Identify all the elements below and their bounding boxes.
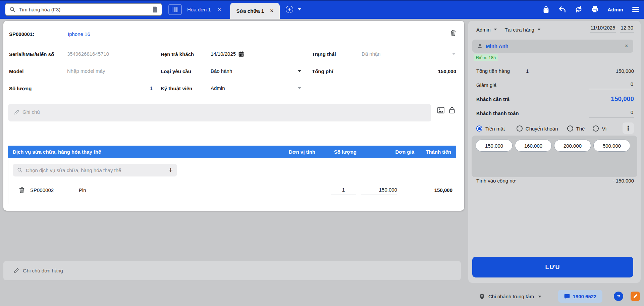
repair-note-box[interactable] <box>8 104 431 121</box>
tab-label[interactable]: Hóa đơn 1 <box>187 7 211 12</box>
close-tab-icon[interactable]: × <box>270 8 274 14</box>
search-input[interactable] <box>19 7 149 12</box>
barcode-scan-button[interactable] <box>168 4 182 15</box>
feedback-button[interactable] <box>631 292 640 301</box>
model-input[interactable] <box>67 68 153 74</box>
debt-value: - 150,000 <box>613 178 634 184</box>
order-date-input[interactable]: 11/10/2025 <box>590 24 616 33</box>
technician-label: Kỹ thuật viên <box>161 83 192 93</box>
row-qty-input[interactable] <box>331 187 356 193</box>
payment-label[interactable]: Thẻ <box>576 126 585 132</box>
channel-select[interactable]: Tại cửa hàng <box>505 27 534 33</box>
checkout-panel: Admin Tại cửa hàng 11/10/2025 12:30 Minh… <box>468 21 641 283</box>
request-type-select[interactable]: Bảo hành <box>211 66 302 76</box>
return-date-value[interactable]: 14/10/2025 <box>211 51 236 57</box>
row-name: Pin <box>79 185 86 195</box>
repair-code: SP000001: <box>9 29 34 39</box>
sync-icon[interactable] <box>575 6 582 13</box>
quick-amount-chip[interactable]: 150,000 <box>476 140 513 152</box>
serial-label: Serial/IMEI/Biển số <box>9 49 54 59</box>
order-note-input[interactable] <box>23 268 451 273</box>
tab-menu-caret-icon[interactable] <box>298 8 301 10</box>
payment-transfer[interactable]: Chuyển khoản <box>517 125 558 132</box>
order-note-bar[interactable] <box>3 261 461 280</box>
tab-hoa-don-1[interactable]: Hóa đơn 1 × <box>187 0 221 19</box>
payment-label[interactable]: Ví <box>602 126 606 132</box>
order-time-input[interactable]: 12:30 <box>620 24 634 33</box>
tab-sua-chua-1[interactable]: Sửa chữa 1 × <box>230 3 280 19</box>
radio-icon[interactable] <box>593 125 599 132</box>
quick-amount-chip[interactable]: 500,000 <box>593 140 630 152</box>
save-button[interactable]: LƯU <box>472 257 633 277</box>
status-select[interactable]: Đã nhận <box>362 49 456 59</box>
customer-points-badge: Điểm: 185 <box>474 54 498 61</box>
customer-paid-input[interactable]: 0 <box>589 109 634 117</box>
radio-selected-icon[interactable] <box>476 125 482 132</box>
product-link[interactable]: Iphone 16 <box>68 29 90 39</box>
quantity-input[interactable] <box>67 85 153 91</box>
person-icon <box>477 44 482 49</box>
print-icon[interactable] <box>591 6 598 13</box>
discount-input[interactable]: 0 <box>589 81 634 89</box>
chevron-down-icon[interactable] <box>494 29 497 30</box>
top-bar: Hóa đơn 1 × Sửa chữa 1 × + Admin <box>0 0 644 19</box>
radio-icon[interactable] <box>517 125 523 132</box>
model-field[interactable] <box>67 66 153 76</box>
row-qty-field[interactable] <box>331 185 356 195</box>
table-row: SP000002 Pin 150,000 <box>8 184 456 198</box>
quantity-field[interactable] <box>67 83 153 93</box>
add-tab-button[interactable]: + <box>286 6 293 13</box>
debt-label: Tính vào công nợ <box>476 178 516 184</box>
repair-note-input[interactable] <box>22 109 425 115</box>
chevron-down-icon[interactable] <box>538 296 541 297</box>
user-menu[interactable]: Admin <box>607 7 623 12</box>
customer-bar[interactable]: Minh Anh × <box>472 40 633 53</box>
payment-label[interactable]: Tiền mặt <box>485 126 505 132</box>
lock-icon[interactable] <box>449 107 455 113</box>
payment-methods: Tiền mặt Chuyển khoản Thẻ Ví ⋮ <box>476 123 635 134</box>
total-fee-value: 150,000 <box>362 66 456 76</box>
close-tab-icon[interactable]: × <box>218 6 221 12</box>
customer-name[interactable]: Minh Anh <box>486 43 621 49</box>
technician-select[interactable]: Admin <box>211 83 302 93</box>
hotline-button[interactable]: 1900 6522 <box>558 290 602 303</box>
quick-amount-chip[interactable]: 200,000 <box>554 140 591 152</box>
seller-select[interactable]: Admin <box>476 27 491 33</box>
serial-field[interactable] <box>67 49 153 59</box>
remove-customer-icon[interactable]: × <box>625 43 628 50</box>
service-search-input[interactable] <box>26 167 165 173</box>
calendar-icon[interactable] <box>238 51 244 57</box>
repair-card: SP000001: Iphone 16 Serial/IMEI/Biển số … <box>3 21 464 211</box>
hamburger-menu-icon[interactable] <box>632 7 639 12</box>
row-price-field[interactable] <box>361 185 397 195</box>
chevron-down-icon[interactable] <box>538 29 541 30</box>
undo-icon[interactable] <box>558 6 566 13</box>
payment-wallet[interactable]: Ví <box>593 125 606 132</box>
image-attach-icon[interactable] <box>437 107 444 113</box>
return-date-label: Hẹn trả khách <box>161 49 194 59</box>
payment-label[interactable]: Chuyển khoản <box>526 126 558 132</box>
add-service-icon[interactable]: + <box>168 166 173 174</box>
delete-repair-icon[interactable] <box>450 30 456 36</box>
branch-select[interactable]: Chi nhánh trung tâm <box>480 294 541 300</box>
quick-amount-chip[interactable]: 160,000 <box>515 140 552 152</box>
row-price-input[interactable] <box>361 187 397 193</box>
return-date-field[interactable]: 14/10/2025 <box>211 49 251 59</box>
delete-row-icon[interactable] <box>19 185 24 195</box>
tab-label[interactable]: Sửa chữa 1 <box>236 8 264 14</box>
service-search[interactable]: + <box>13 164 177 176</box>
bag-icon[interactable] <box>543 6 549 13</box>
product-search[interactable] <box>5 3 162 16</box>
more-payment-options[interactable]: ⋮ <box>623 122 634 134</box>
document-icon[interactable] <box>153 6 158 13</box>
help-button[interactable]: ? <box>614 292 623 301</box>
branch-name[interactable]: Chi nhánh trung tâm <box>488 294 534 299</box>
service-table-body: + SP000002 Pin 150,000 <box>8 158 456 204</box>
payment-cash[interactable]: Tiền mặt <box>476 125 505 132</box>
serial-input[interactable] <box>67 51 153 57</box>
col-unit: Đơn vị tính <box>289 146 315 158</box>
payment-card[interactable]: Thẻ <box>567 125 585 132</box>
row-amount: 150,000 <box>434 185 452 195</box>
hotline-number[interactable]: 1900 6522 <box>573 294 597 299</box>
radio-icon[interactable] <box>567 125 573 132</box>
